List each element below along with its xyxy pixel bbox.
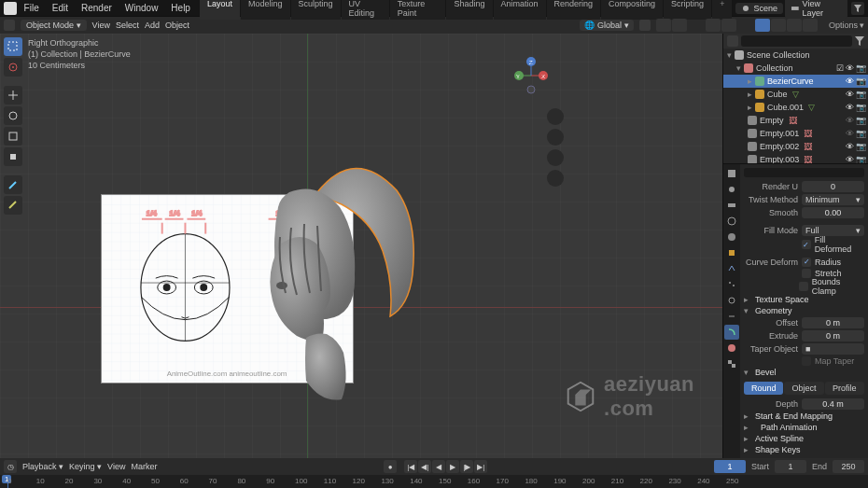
menu-help[interactable]: Help	[165, 1, 196, 15]
outliner-item-cube001[interactable]: ▸Cube.001▽👁📷	[723, 101, 868, 114]
mode-select[interactable]: Object Mode ▾	[21, 20, 87, 31]
keyframe-next-icon[interactable]: |▶	[460, 460, 473, 473]
tab-sculpting[interactable]: Sculpting	[291, 0, 341, 20]
tab-texture[interactable]: Texture Paint	[390, 0, 446, 20]
ptab-world[interactable]	[724, 230, 739, 244]
shade-render[interactable]	[803, 19, 818, 32]
section-shape-keys[interactable]: ▸Shape Keys	[744, 445, 864, 454]
frame-end[interactable]: 250	[833, 460, 864, 473]
play-reverse-icon[interactable]: ◀	[432, 460, 445, 473]
tab-shading[interactable]: Shading	[446, 0, 492, 20]
pivot-icon[interactable]	[639, 20, 651, 31]
bevel-tab-object[interactable]: Object	[784, 382, 823, 395]
filter-icon[interactable]	[855, 36, 864, 46]
check-fill-deformed[interactable]: Fill Deformed	[802, 235, 864, 254]
section-path-anim[interactable]: ▸Path Animation	[744, 423, 864, 432]
frame-start[interactable]: 1	[775, 460, 806, 473]
tool-rotate[interactable]	[4, 106, 22, 125]
menu-edit[interactable]: Edit	[47, 1, 74, 15]
tool-move[interactable]	[4, 86, 22, 105]
zoom-icon[interactable]	[547, 108, 564, 125]
snap-toggle[interactable]	[656, 19, 671, 32]
jump-start-icon[interactable]: |◀	[404, 460, 417, 473]
tab-add[interactable]: +	[712, 0, 732, 20]
keyframe-prev-icon[interactable]: ◀|	[418, 460, 431, 473]
ptab-viewlayer[interactable]	[724, 198, 739, 213]
timeline-editor-icon[interactable]: ◷	[4, 460, 17, 473]
tab-layout[interactable]: Layout	[200, 0, 240, 20]
props-search[interactable]	[744, 168, 864, 177]
ptab-physics[interactable]	[724, 293, 739, 308]
ptab-material[interactable]	[724, 341, 739, 356]
tool-transform[interactable]	[4, 147, 22, 166]
bevel-tab-round[interactable]: Round	[744, 382, 783, 395]
hdr-select[interactable]: Select	[116, 21, 139, 30]
tab-compositing[interactable]: Compositing	[601, 0, 663, 20]
ptab-texture[interactable]	[724, 356, 739, 371]
timeline-view[interactable]: View	[107, 462, 125, 471]
timeline-playback[interactable]: Playback ▾	[22, 462, 63, 471]
menu-file[interactable]: File	[19, 1, 45, 15]
camera-view-icon[interactable]	[547, 149, 564, 166]
hdr-add[interactable]: Add	[145, 21, 160, 30]
outliner-scene-collection[interactable]: ▾Scene Collection	[723, 49, 868, 62]
tool-annotate[interactable]	[4, 175, 22, 194]
overlay-toggle[interactable]	[721, 19, 736, 32]
outliner-item-empty[interactable]: Empty🖼👁📷	[723, 114, 868, 127]
timeline-marker[interactable]: Marker	[131, 462, 157, 471]
outliner-collection[interactable]: ▾Collection☑👁📷	[723, 62, 868, 75]
hdr-view[interactable]: View	[92, 21, 110, 30]
viewlayer-selector[interactable]: View Layer	[785, 0, 847, 19]
ptab-data[interactable]	[724, 325, 739, 340]
filter-icon[interactable]	[851, 2, 864, 15]
outliner-item-empty002[interactable]: Empty.002🖼👁📷	[723, 140, 868, 153]
sculpted-head-object[interactable]	[252, 153, 429, 407]
field-smooth[interactable]: 0.00	[802, 207, 864, 218]
nav-gizmo[interactable]: Y X Z	[508, 52, 554, 99]
ptab-render[interactable]	[724, 166, 739, 181]
transform-orientation[interactable]: 🌐 Global ▾	[580, 20, 634, 31]
tab-animation[interactable]: Animation	[494, 0, 546, 20]
field-bevel-depth[interactable]: 0.4 m	[802, 398, 864, 410]
check-bounds[interactable]: Bounds Clamp	[799, 277, 864, 296]
tool-cursor[interactable]	[4, 58, 22, 77]
timeline-ruler[interactable]: 1 01020304050607080901001101201301401501…	[0, 475, 868, 488]
section-start-end[interactable]: ▸Start & End Mapping	[744, 411, 864, 421]
menu-render[interactable]: Render	[76, 1, 118, 15]
section-texture-space[interactable]: ▸Texture Space	[744, 295, 864, 304]
play-icon[interactable]: ▶	[446, 460, 459, 473]
scene-selector[interactable]: Scene	[735, 3, 783, 14]
timeline-keying[interactable]: Keying ▾	[69, 462, 102, 471]
outliner-item-cube[interactable]: ▸Cube▽👁📷	[723, 88, 868, 101]
snap-menu[interactable]	[672, 19, 687, 32]
shade-matprev[interactable]	[787, 19, 802, 32]
outliner-item-beziercurve[interactable]: ▸BezierCurve👁📷	[723, 75, 868, 88]
frame-current[interactable]: 1	[714, 460, 746, 473]
section-active-spline[interactable]: ▸Active Spline	[744, 434, 864, 443]
outliner-item-empty001[interactable]: Empty.001🖼👁📷	[723, 127, 868, 140]
field-extrude[interactable]: 0 m	[802, 330, 864, 342]
tab-scripting[interactable]: Scripting	[664, 0, 711, 20]
editor-type-icon[interactable]	[4, 20, 15, 31]
gizmo-toggle[interactable]	[706, 19, 721, 32]
move-view-icon[interactable]	[547, 129, 564, 146]
outliner-type-icon[interactable]	[727, 35, 738, 47]
ptab-modifier[interactable]	[724, 261, 739, 276]
bevel-tab-profile[interactable]: Profile	[825, 382, 864, 395]
auto-key-icon[interactable]: ●	[384, 460, 397, 473]
ptab-constraints[interactable]	[724, 309, 739, 324]
ptab-scene[interactable]	[724, 214, 739, 229]
tool-select-box[interactable]	[4, 37, 22, 56]
section-geometry[interactable]: ▾Geometry	[744, 306, 864, 315]
shade-solid[interactable]	[771, 19, 786, 32]
hdr-object[interactable]: Object	[165, 21, 189, 30]
tool-scale[interactable]	[4, 127, 22, 146]
menu-window[interactable]: Window	[119, 1, 164, 15]
ptab-object[interactable]	[724, 245, 739, 260]
tab-rendering[interactable]: Rendering	[547, 0, 601, 20]
shade-wireframe[interactable]	[755, 19, 770, 32]
options-dropdown[interactable]: Options ▾	[829, 21, 864, 30]
tool-measure[interactable]	[4, 196, 22, 215]
field-taper-object[interactable]: ■	[802, 343, 864, 355]
field-offset[interactable]: 0 m	[802, 317, 864, 328]
